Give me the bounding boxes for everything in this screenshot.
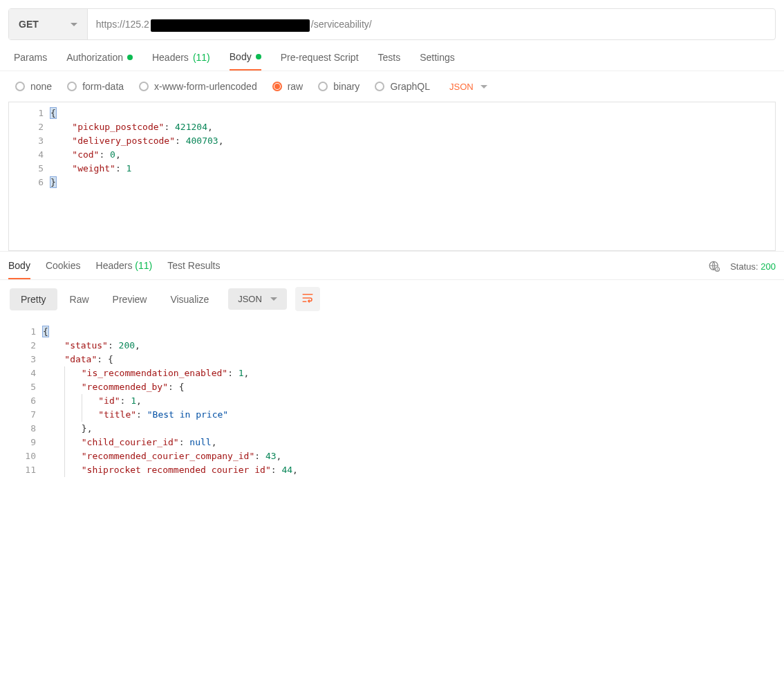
radio-graphql[interactable]: GraphQL — [375, 81, 430, 92]
tab-params[interactable]: Params — [14, 51, 47, 71]
globe-icon[interactable] — [708, 260, 720, 272]
tab-tests[interactable]: Tests — [378, 51, 401, 71]
tab-headers[interactable]: Headers (11) — [152, 51, 210, 71]
line-gutter: 123456 — [9, 102, 50, 250]
tab-authorization[interactable]: Authorization — [66, 51, 133, 71]
chevron-down-icon — [71, 23, 77, 26]
tab-prerequest[interactable]: Pre-request Script — [281, 51, 359, 71]
response-body-viewer[interactable]: 1234567891011 { "status": 200, "data": {… — [0, 318, 784, 481]
url-prefix: https://125.2 — [96, 19, 149, 30]
response-toolbar: Pretty Raw Preview Visualize JSON — [0, 280, 784, 318]
chevron-down-icon — [270, 297, 277, 301]
request-body-editor[interactable]: 123456 { "pickup_postcode": 421204, "del… — [8, 102, 776, 251]
line-gutter: 1234567891011 — [8, 321, 43, 481]
status-dot-icon — [256, 54, 261, 59]
url-input[interactable]: https://125.2/serviceability/ — [88, 9, 775, 39]
body-type-row: none form-data x-www-form-urlencoded raw… — [0, 71, 784, 102]
radio-none[interactable]: none — [15, 81, 52, 92]
response-format-select[interactable]: JSON — [228, 288, 287, 310]
tab-settings[interactable]: Settings — [420, 51, 455, 71]
http-method-select[interactable]: GET — [9, 9, 88, 39]
response-tab-headers[interactable]: Headers (11) — [96, 260, 153, 279]
request-tabs: Params Authorization Headers (11) Body P… — [0, 40, 784, 71]
radio-raw[interactable]: raw — [272, 81, 304, 92]
response-tab-body[interactable]: Body — [8, 260, 30, 279]
radio-binary[interactable]: binary — [318, 81, 360, 92]
view-visualize-button[interactable]: Visualize — [159, 288, 220, 310]
redacted-segment — [151, 19, 310, 32]
radio-form-data[interactable]: form-data — [67, 81, 124, 92]
request-bar: GET https://125.2/serviceability/ — [8, 8, 776, 40]
view-preview-button[interactable]: Preview — [102, 288, 158, 310]
tab-body[interactable]: Body — [230, 51, 261, 71]
response-tab-test-results[interactable]: Test Results — [167, 260, 220, 279]
chevron-down-icon — [480, 85, 487, 88]
wrap-lines-button[interactable] — [295, 287, 320, 311]
wrap-icon — [301, 292, 314, 304]
view-raw-button[interactable]: Raw — [59, 288, 100, 310]
view-pretty-button[interactable]: Pretty — [10, 288, 57, 310]
status-dot-icon — [127, 55, 133, 60]
radio-urlencoded[interactable]: x-www-form-urlencoded — [139, 81, 257, 92]
response-tabs: Body Cookies Headers (11) Test Results S… — [0, 251, 784, 280]
code-content: { "status": 200, "data": { "is_recommend… — [43, 321, 776, 481]
url-suffix: /serviceability/ — [311, 19, 372, 30]
http-method-label: GET — [19, 19, 39, 30]
code-content[interactable]: { "pickup_postcode": 421204, "delivery_p… — [50, 102, 775, 250]
response-status: Status: 200 — [708, 260, 776, 279]
body-format-select[interactable]: JSON — [449, 82, 487, 92]
response-tab-cookies[interactable]: Cookies — [46, 260, 81, 279]
